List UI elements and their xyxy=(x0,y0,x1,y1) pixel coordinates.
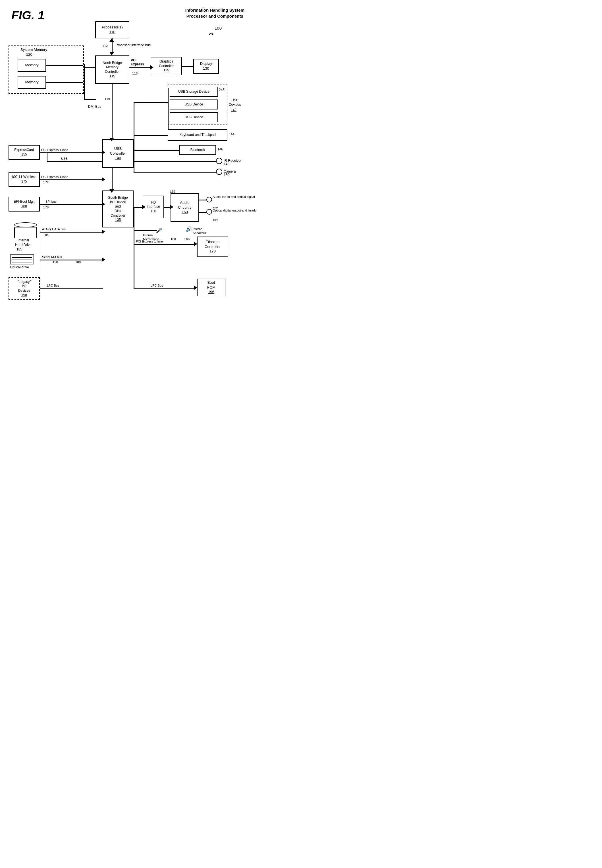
bluetooth-label: Bluetooth xyxy=(190,148,205,152)
bluetooth-num: 146 xyxy=(217,147,223,151)
nb-num: 115 xyxy=(109,74,115,79)
ec-bus-label: PCI Express 1-lane xyxy=(41,148,68,152)
usb-label: USB xyxy=(61,157,68,160)
ec-line xyxy=(40,152,103,153)
sb-hdi-arrow xyxy=(142,205,146,209)
mem1-line xyxy=(46,65,83,66)
mem-v-line xyxy=(84,64,85,100)
usb-devices-label: USBDevices xyxy=(229,98,241,107)
n184-label: 184 xyxy=(43,233,49,237)
n112-label: 112 xyxy=(102,44,108,48)
hd-interface-box: HDInterface 158 xyxy=(143,196,164,218)
processor-box: Processor(s) 110 xyxy=(95,22,129,38)
usb-ctrl-label: USBController xyxy=(110,146,126,156)
n166-label: 166 xyxy=(184,237,190,241)
usb-to-usbdev-line xyxy=(134,102,168,103)
efi-box: EFI-Boot Mgr. 180 xyxy=(9,197,40,212)
wifi-bus-label: PCI Express 1-lane xyxy=(41,175,68,178)
proc-bus-label: Processor Interface Bus xyxy=(116,43,150,47)
sb-right-vline xyxy=(134,207,134,288)
eth-label: EthernetController xyxy=(205,240,221,249)
sb-left-vline xyxy=(40,204,40,288)
optical-line3 xyxy=(12,262,32,263)
efi-num: 180 xyxy=(22,204,27,209)
usb-storage-label: USB Storage Device xyxy=(178,89,209,94)
eth-bus-label: PCI Express 1-lane xyxy=(136,240,163,243)
usb-to-usbdev-vline xyxy=(168,88,169,129)
mem2-nb-line xyxy=(84,99,96,100)
audio-label: AudioCircuitry xyxy=(178,200,192,210)
memory2-box: Memory xyxy=(18,76,46,89)
n119-label: 119 xyxy=(104,97,110,101)
memory2-label: Memory xyxy=(25,80,38,85)
ir-icon xyxy=(216,158,222,164)
audio-in-icon xyxy=(206,197,212,203)
usb-keyboard-line xyxy=(134,135,168,136)
speakers-label: InternalSpeakers xyxy=(193,227,206,235)
sys-mem-label: System Memory xyxy=(20,48,47,52)
n164-label: 164 xyxy=(213,218,218,221)
audio-n162-line xyxy=(170,191,171,194)
nb-graphics-line xyxy=(129,68,151,68)
hd-arrow xyxy=(102,229,105,234)
usb-storage-box: USB Storage Device xyxy=(170,87,218,97)
ec-arrow xyxy=(102,150,105,155)
graphics-label: GraphicsController xyxy=(159,60,174,68)
mem2-line xyxy=(46,82,83,83)
hdi-num: 158 xyxy=(150,209,156,214)
usb-ctrl-num: 140 xyxy=(115,156,121,161)
dmi-arrow xyxy=(109,138,114,141)
processor-num: 110 xyxy=(109,30,115,35)
hdi-audio-arrow xyxy=(170,205,174,209)
mem-nb-line xyxy=(84,68,96,68)
optical-drive-box xyxy=(10,255,34,264)
usb-device1-label: USB Device xyxy=(185,102,203,107)
audio-box: AudioCircuitry 160 xyxy=(170,194,199,222)
usb-devices-box: USB Storage Device USB Device USB Device… xyxy=(168,84,227,125)
boot-rom-label: BootROM xyxy=(207,280,215,290)
efi-arrow xyxy=(102,202,105,206)
optical-arrow xyxy=(102,257,105,262)
audio-out-line xyxy=(199,212,207,213)
n118-label: 118 xyxy=(132,72,138,75)
boot-rom-box: BootROM 196 xyxy=(197,279,226,296)
usb-angle-v xyxy=(47,152,48,161)
hd-line xyxy=(40,232,103,233)
south-bridge-box: South Bridge I/O Device and Disk Control… xyxy=(102,190,134,227)
optical-line xyxy=(40,260,103,260)
n190-label: 190 xyxy=(52,260,58,264)
camera-icon xyxy=(216,169,222,175)
processor-label: Processor(s) xyxy=(102,25,123,30)
sb-mic-line xyxy=(134,230,157,231)
wifi-line xyxy=(40,180,103,180)
usb-camera-line xyxy=(134,172,216,172)
hd-label: InternalHard Drive xyxy=(9,238,37,247)
lpc-right-label: LPC Bus xyxy=(150,284,163,287)
wifi-arrow xyxy=(102,177,105,182)
display-num: 130 xyxy=(203,66,209,71)
ec-label: ExpressCard xyxy=(14,148,34,152)
dmi-label: DMI Bus xyxy=(88,104,101,109)
sys-mem-num: 120 xyxy=(26,52,32,57)
wifi-num: 175 xyxy=(22,180,27,184)
legacy-line xyxy=(40,288,103,289)
pci-express-label: PCIExpress xyxy=(131,58,144,66)
audio-out-icon xyxy=(206,209,212,215)
serial-ata-label: Serial ATA bus xyxy=(42,255,62,259)
optical-line1 xyxy=(12,257,32,258)
usb-sb-vline xyxy=(112,168,112,191)
n168-label: 168 xyxy=(170,237,176,241)
usb-ec-line xyxy=(47,161,103,162)
keyboard-box: Keyboard and Trackpad xyxy=(168,129,227,141)
nb-graphics-arrow xyxy=(150,65,154,70)
dmi-vline xyxy=(112,84,112,139)
eth-num: 170 xyxy=(209,249,216,254)
page: FIG. 1 Information Handling System Proce… xyxy=(0,0,256,370)
n178-label: 178 xyxy=(43,206,49,209)
sb-num: 135 xyxy=(115,218,121,222)
keyboard-num: 144 xyxy=(229,132,235,136)
n172-label: 172 xyxy=(43,181,49,184)
usb-device2-label: USB Device xyxy=(185,115,203,120)
ethernet-box: EthernetController 170 xyxy=(197,237,228,257)
n188-label: 188 xyxy=(75,260,81,264)
